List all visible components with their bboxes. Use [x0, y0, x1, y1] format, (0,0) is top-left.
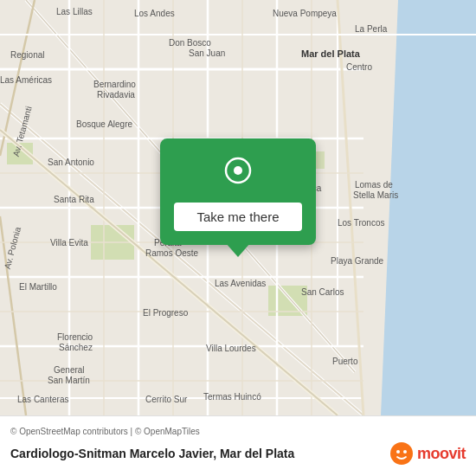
svg-point-31 [390, 442, 413, 465]
svg-point-33 [403, 450, 407, 453]
take-me-there-button[interactable]: Take me there [174, 203, 302, 231]
place-name: Cardiologo-Snitman Marcelo Javier, Mar d… [10, 447, 294, 460]
svg-line-16 [0, 216, 26, 415]
map-container: Las Lillas Los Andes Nueva Pompeya La Pe… [0, 0, 476, 415]
moovit-text: moovit [417, 445, 466, 463]
svg-point-30 [234, 166, 242, 175]
bottom-info-row: Cardiologo-Snitman Marcelo Javier, Mar d… [10, 441, 466, 466]
svg-point-32 [396, 450, 400, 453]
moovit-icon [389, 441, 414, 466]
moovit-logo: moovit [389, 441, 466, 466]
location-pin-icon [219, 156, 257, 194]
popup-card: Take me there [160, 138, 316, 245]
bottom-bar: © OpenStreetMap contributors | © OpenMap… [0, 415, 476, 476]
map-attribution: © OpenStreetMap contributors | © OpenMap… [10, 427, 466, 436]
